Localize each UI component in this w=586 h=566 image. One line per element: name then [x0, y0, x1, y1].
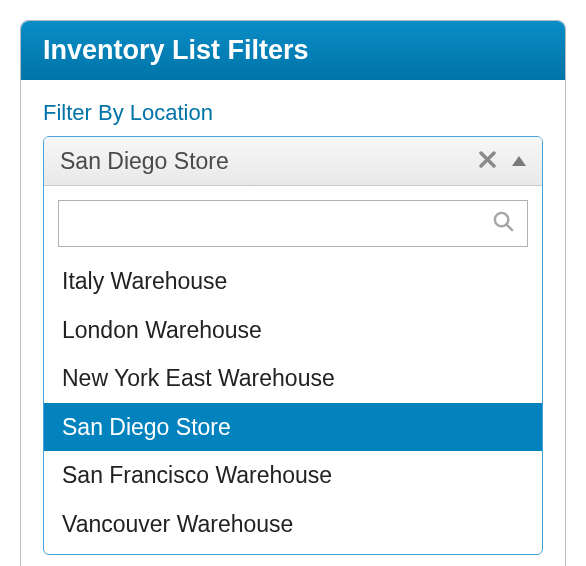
panel-body: Filter By Location San Diego Store — [21, 80, 565, 566]
search-icon[interactable] — [492, 210, 515, 237]
option-item[interactable]: San Francisco Warehouse — [44, 451, 542, 500]
location-dropdown: San Diego Store — [43, 136, 543, 555]
search-box — [58, 200, 528, 247]
option-item[interactable]: London Warehouse — [44, 306, 542, 355]
dropdown-search-row — [44, 186, 542, 257]
option-item[interactable]: San Diego Store — [44, 403, 542, 452]
option-item[interactable]: Italy Warehouse — [44, 257, 542, 306]
option-item[interactable]: Vancouver Warehouse — [44, 500, 542, 549]
svg-line-3 — [507, 225, 513, 231]
collapse-icon[interactable] — [512, 156, 526, 166]
options-list: Italy Warehouse London Warehouse New Yor… — [44, 257, 542, 554]
dropdown-selected-value: San Diego Store — [60, 148, 479, 175]
dropdown-header[interactable]: San Diego Store — [44, 137, 542, 186]
option-item[interactable]: New York East Warehouse — [44, 354, 542, 403]
search-input[interactable] — [71, 201, 492, 246]
clear-icon[interactable] — [479, 150, 496, 172]
panel-title: Inventory List Filters — [21, 21, 565, 80]
location-dropdown-wrapper: San Diego Store — [43, 136, 543, 555]
filter-location-label: Filter By Location — [43, 100, 543, 126]
inventory-filters-panel: Inventory List Filters Filter By Locatio… — [20, 20, 566, 566]
